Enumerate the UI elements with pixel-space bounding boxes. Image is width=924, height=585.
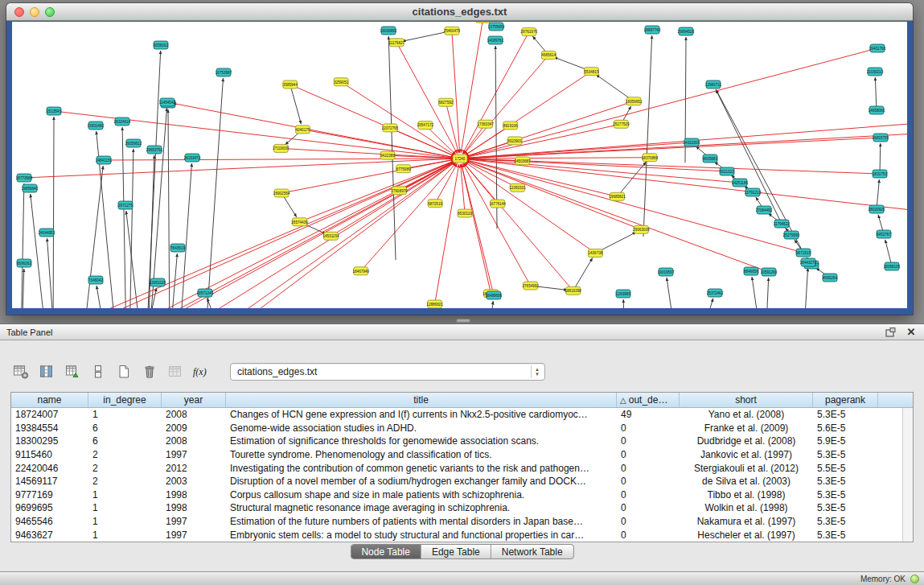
cell-year[interactable]: 1998: [162, 489, 226, 501]
graph-node[interactable]: 27084492: [756, 206, 773, 214]
cell-out_degree[interactable]: 0: [617, 435, 680, 447]
graph-edge[interactable]: [54, 111, 454, 158]
float-panel-icon[interactable]: [884, 327, 897, 338]
window-titlebar[interactable]: citations_edges.txt: [6, 3, 913, 21]
network-table-dropdown[interactable]: citations_edges.txt ▲▼: [230, 363, 545, 381]
graph-edge[interactable]: [83, 166, 103, 308]
graph-node[interactable]: 14089761: [487, 36, 504, 44]
show-columns-icon[interactable]: [37, 362, 56, 381]
graph-node[interactable]: 25177529: [613, 120, 630, 128]
cell-name[interactable]: 9777169: [11, 489, 88, 501]
cell-out_degree[interactable]: 0: [617, 489, 680, 501]
cell-title[interactable]: Corpus callosum shape and size in male p…: [226, 489, 617, 501]
graph-node[interactable]: 18773588: [16, 174, 33, 182]
column-header-year[interactable]: year: [162, 393, 226, 407]
cell-name[interactable]: 14569117: [11, 476, 88, 487]
graph-edge[interactable]: [573, 258, 593, 291]
graph-edge[interactable]: [167, 102, 454, 158]
cell-out_degree[interactable]: 0: [617, 529, 680, 541]
graph-node[interactable]: 11794622: [774, 220, 791, 228]
cell-short[interactable]: Dudbridge et al. (2008): [680, 435, 813, 447]
cell-pagerank[interactable]: 5.3E-5: [813, 502, 878, 513]
cell-in_degree[interactable]: 2: [88, 463, 162, 474]
graph-node[interactable]: 24044953: [39, 229, 55, 237]
function-builder-icon[interactable]: f(x): [191, 362, 211, 381]
table-row[interactable]: 969969511998Structural magnetic resonanc…: [11, 501, 902, 515]
cell-short[interactable]: Wolkin et al. (1998): [680, 502, 813, 513]
graph-node[interactable]: 4605883: [703, 154, 717, 163]
column-header-pagerank[interactable]: pagerank: [813, 393, 878, 407]
cell-in_degree[interactable]: 1: [88, 502, 162, 513]
cell-in_degree[interactable]: 1: [88, 409, 162, 420]
graph-node[interactable]: 29894526: [678, 27, 695, 35]
graph-node[interactable]: 11179827: [388, 39, 405, 47]
graph-node[interactable]: 28488696: [486, 291, 503, 299]
panel-resize-handle[interactable]: [456, 319, 470, 323]
cell-in_degree[interactable]: 2: [88, 476, 162, 487]
cell-pagerank[interactable]: 5.9E-5: [813, 435, 878, 447]
graph-node[interactable]: 12050331: [509, 183, 526, 192]
graph-node[interactable]: 25279590: [783, 231, 800, 239]
graph-node[interactable]: 23931482: [88, 122, 105, 130]
graph-node[interactable]: 19030890: [380, 27, 397, 35]
graph-node[interactable]: 18897740: [644, 26, 661, 34]
cell-title[interactable]: Changes of HCN gene expression and I(f) …: [226, 409, 617, 420]
graph-node[interactable]: 18443270: [800, 258, 817, 266]
cell-name[interactable]: 9115460: [11, 449, 88, 460]
cell-year[interactable]: 1997: [162, 449, 226, 460]
graph-node[interactable]: 25372462: [707, 289, 724, 297]
cell-in_degree[interactable]: 6: [88, 435, 162, 447]
graph-node[interactable]: 14838060: [869, 106, 885, 114]
graph-edge[interactable]: [462, 164, 494, 295]
graph-node[interactable]: 19685821: [609, 192, 626, 200]
graph-node[interactable]: 19019597: [658, 268, 675, 276]
tab-node-table[interactable]: Node Table: [351, 545, 421, 558]
tab-network-table[interactable]: Network Table: [491, 545, 573, 558]
graph-node[interactable]: 6530119: [458, 209, 472, 217]
graph-node[interactable]: 17561547: [474, 22, 491, 23]
cell-year[interactable]: 2008: [162, 435, 226, 447]
column-header-short[interactable]: short: [680, 393, 813, 407]
cell-pagerank[interactable]: 5.3E-5: [813, 516, 878, 527]
graph-edge[interactable]: [24, 159, 454, 178]
table-row[interactable]: 1938455462009Genome-wide association stu…: [11, 422, 902, 435]
cell-out_degree[interactable]: 49: [617, 409, 680, 420]
graph-node[interactable]: 8323901: [507, 137, 522, 145]
column-header-title[interactable]: title: [226, 393, 617, 407]
cell-pagerank[interactable]: 5.3E-5: [813, 489, 878, 501]
cell-title[interactable]: Investigating the contribution of common…: [226, 463, 617, 474]
graph-node[interactable]: 4690264: [823, 274, 837, 282]
graph-node[interactable]: 27119030: [273, 144, 290, 152]
cell-short[interactable]: Jankovic et al. (1997): [680, 449, 813, 460]
graph-node[interactable]: 13651026: [150, 278, 166, 286]
graph-edge[interactable]: [466, 159, 740, 183]
graph-node[interactable]: 20547172: [417, 122, 434, 130]
graph-node[interactable]: 26902554: [273, 189, 290, 197]
graph-edge[interactable]: [465, 72, 592, 155]
graph-node[interactable]: 4240179: [295, 126, 310, 134]
graph-node[interactable]: 11454542: [159, 98, 176, 106]
graph-node[interactable]: 1831753: [873, 170, 887, 178]
cell-short[interactable]: Nakamura et al. (1997): [680, 516, 813, 527]
edit-table-icon[interactable]: [63, 362, 82, 381]
graph-node[interactable]: 22072795: [382, 124, 399, 132]
graph-node[interactable]: 27654992: [522, 282, 539, 290]
cell-in_degree[interactable]: 1: [88, 489, 162, 501]
graph-node[interactable]: 28761976: [521, 28, 538, 36]
graph-edge[interactable]: [104, 159, 454, 160]
column-header-in-degree[interactable]: in_degree: [88, 393, 162, 407]
cell-out_degree[interactable]: 0: [617, 463, 680, 474]
graph-edge[interactable]: [97, 286, 106, 308]
cell-title[interactable]: Genome-wide association studies in ADHD.: [226, 422, 617, 434]
cell-title[interactable]: Embryonic stem cells: a model to study s…: [226, 529, 617, 541]
graph-node[interactable]: 24321503: [684, 138, 700, 146]
cell-out_degree[interactable]: 0: [617, 502, 680, 513]
column-header-name[interactable]: name: [11, 393, 88, 407]
graph-node[interactable]: 26574439: [291, 218, 308, 226]
graph-node[interactable]: 18359651: [626, 97, 643, 105]
graph-edge[interactable]: [803, 268, 808, 308]
graph-node[interactable]: 12886821: [426, 300, 443, 308]
graph-node[interactable]: 1513543: [47, 107, 61, 115]
cell-name[interactable]: 22420046: [11, 463, 88, 474]
graph-node[interactable]: 26153473: [184, 154, 201, 162]
